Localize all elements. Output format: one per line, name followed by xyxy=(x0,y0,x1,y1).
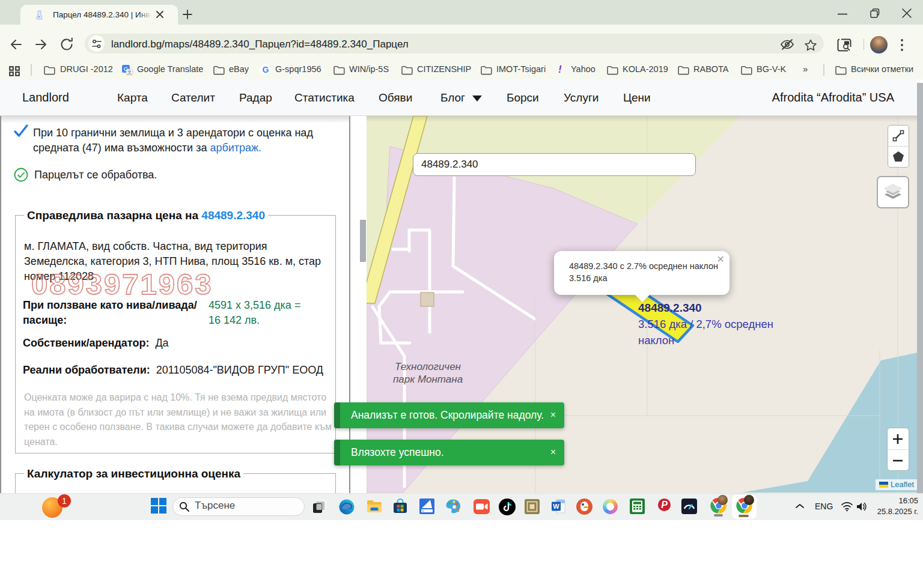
svg-text:48489.2.340: 48489.2.340 xyxy=(638,302,702,314)
svg-text:G: G xyxy=(263,65,269,74)
svg-text:文: 文 xyxy=(127,69,132,75)
svg-text:наклон: наклон xyxy=(638,334,674,347)
svg-text:W: W xyxy=(553,503,559,510)
svg-text:парк Монтана: парк Монтана xyxy=(393,374,463,385)
svg-text:Технологичен: Технологичен xyxy=(395,361,462,372)
svg-text:3.516 дка / 2,7% осреднен: 3.516 дка / 2,7% осреднен xyxy=(638,318,773,330)
